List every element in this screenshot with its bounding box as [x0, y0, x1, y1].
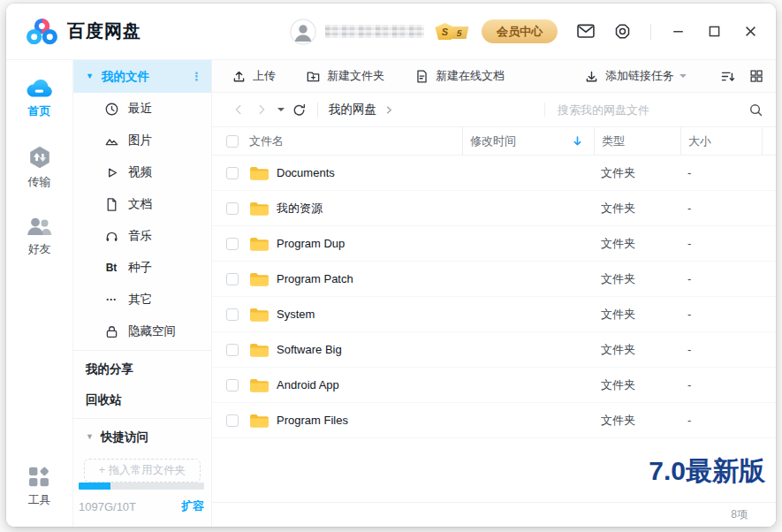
nav-transfer-label: 传输	[28, 174, 51, 190]
sidebar-item-hidden-space[interactable]: 隐藏空间	[73, 315, 211, 347]
back-button[interactable]	[230, 101, 247, 118]
sidebar-item-videos[interactable]: 视频	[73, 156, 211, 188]
nav-tools[interactable]: 工具	[6, 460, 72, 514]
table-row[interactable]: Software Big 文件夹 -	[212, 332, 776, 368]
sidebar-my-files[interactable]: ▼ 我的文件 ⋮	[73, 60, 211, 93]
sidebar-item-recent[interactable]: 最近	[73, 93, 211, 125]
messages-icon[interactable]	[577, 24, 595, 39]
expand-storage-link[interactable]: 扩容	[181, 498, 204, 514]
nav-home[interactable]: 首页	[6, 71, 72, 125]
table-row[interactable]: Android App 文件夹 -	[212, 368, 776, 403]
file-type: 文件夹	[594, 413, 680, 429]
select-all-checkbox[interactable]	[226, 135, 239, 148]
new-online-doc-button[interactable]: 新建在线文档	[414, 68, 505, 84]
search-icon[interactable]	[748, 103, 763, 118]
file-name[interactable]: Program Patch	[277, 272, 353, 285]
folder-icon	[249, 236, 270, 252]
app-window: 百度网盘 S 5 会员中心	[6, 4, 776, 527]
sort-list-icon[interactable]	[720, 69, 735, 84]
add-link-task-button[interactable]: 添加链接任务	[584, 68, 687, 84]
file-name[interactable]: 我的资源	[277, 201, 323, 217]
grid-view-icon[interactable]	[749, 69, 763, 83]
more-menu-icon[interactable]: ⋮	[191, 70, 202, 83]
column-header-type-label: 类型	[602, 133, 625, 149]
sidebar-item-label: 图片	[128, 133, 152, 148]
folder-icon	[249, 201, 270, 217]
add-link-task-icon	[584, 69, 599, 84]
user-avatar[interactable]	[290, 19, 316, 45]
sidebar-item-label: 种子	[128, 260, 152, 276]
settings-icon[interactable]	[614, 23, 631, 40]
search-input[interactable]	[558, 103, 743, 117]
table-row[interactable]: Documents 文件夹 -	[212, 156, 776, 191]
transfer-icon	[27, 145, 52, 170]
nav-transfer[interactable]: 传输	[6, 140, 72, 194]
table-row[interactable]: 我的资源 文件夹 -	[212, 191, 776, 226]
column-header-modified[interactable]: 修改时间	[462, 127, 594, 155]
sidebar-item-label: 视频	[128, 164, 152, 180]
svip-level-badge[interactable]: S 5	[435, 23, 467, 40]
breadcrumb[interactable]: 我的网盘	[329, 102, 376, 118]
file-name[interactable]: Android App	[277, 378, 339, 391]
breadcrumb-chevron-icon	[384, 105, 394, 115]
file-table-header: 文件名 修改时间 类型 大小	[212, 126, 776, 156]
upload-button[interactable]: 上传	[232, 68, 276, 84]
sidebar-recycle-bin[interactable]: 回收站	[73, 384, 211, 415]
sidebar-my-shares[interactable]: 我的分享	[73, 353, 211, 384]
refresh-button[interactable]	[290, 101, 308, 119]
file-type: 文件夹	[594, 236, 680, 252]
file-name[interactable]: Program Dup	[277, 237, 345, 250]
minimize-button[interactable]	[669, 22, 687, 41]
row-checkbox[interactable]	[226, 379, 239, 391]
close-button[interactable]	[741, 22, 760, 41]
row-checkbox[interactable]	[226, 344, 239, 356]
table-row[interactable]: System 文件夹 -	[212, 297, 776, 332]
sort-desc-arrow-icon[interactable]	[572, 135, 583, 147]
table-row[interactable]: Program Files 文件夹 -	[212, 403, 776, 438]
row-checkbox[interactable]	[226, 308, 239, 321]
file-name[interactable]: Program Files	[277, 414, 348, 427]
row-checkbox[interactable]	[226, 202, 239, 215]
row-checkbox[interactable]	[226, 273, 239, 285]
column-header-type[interactable]: 类型	[594, 127, 680, 155]
caret-down-icon[interactable]: ▼	[86, 72, 94, 80]
document-icon	[102, 197, 120, 212]
row-checkbox[interactable]	[226, 238, 239, 250]
table-row[interactable]: Program Dup 文件夹 -	[212, 226, 776, 262]
column-header-name[interactable]: 文件名	[212, 127, 462, 155]
forward-button[interactable]	[253, 101, 270, 118]
vip-tier-icon: S	[435, 23, 454, 40]
sidebar-item-music[interactable]: 音乐	[73, 220, 211, 252]
version-watermark: 7.0最新版	[649, 453, 765, 490]
file-name[interactable]: System	[277, 308, 315, 321]
table-row[interactable]: Program Patch 文件夹 -	[212, 262, 776, 297]
sidebar-item-other[interactable]: ··· 其它	[73, 284, 211, 315]
file-name[interactable]: Software Big	[277, 343, 342, 356]
column-header-size[interactable]: 大小	[680, 127, 762, 155]
file-type: 文件夹	[594, 165, 680, 181]
sidebar-item-label: 最近	[128, 101, 152, 117]
sidebar-item-torrents[interactable]: Bt 种子	[73, 252, 211, 284]
file-name[interactable]: Documents	[277, 166, 335, 179]
row-checkbox[interactable]	[226, 414, 239, 427]
column-header-size-label: 大小	[688, 133, 711, 149]
maximize-button[interactable]	[705, 22, 724, 41]
file-size: -	[680, 201, 762, 215]
cloud-home-icon	[25, 77, 54, 99]
member-center-button[interactable]: 会员中心	[482, 19, 558, 43]
folder-icon	[249, 377, 270, 393]
username-redacted	[325, 25, 424, 38]
new-folder-button[interactable]: 新建文件夹	[306, 68, 384, 84]
caret-down-icon	[680, 74, 687, 81]
sidebar-quick-access[interactable]: ▼ 快捷访问	[73, 422, 211, 452]
row-checkbox[interactable]	[226, 167, 239, 179]
sidebar-item-pictures[interactable]: 图片	[73, 125, 211, 156]
nav-friends[interactable]: 好友	[6, 209, 72, 263]
file-size: -	[680, 166, 762, 179]
folder-dropzone[interactable]: + 拖入常用文件夹	[84, 459, 201, 483]
history-caret-icon[interactable]	[277, 108, 285, 115]
file-size: -	[680, 414, 762, 427]
headphones-icon	[102, 229, 120, 244]
item-count: 8项	[731, 507, 748, 522]
sidebar-item-documents[interactable]: 文档	[73, 188, 211, 220]
